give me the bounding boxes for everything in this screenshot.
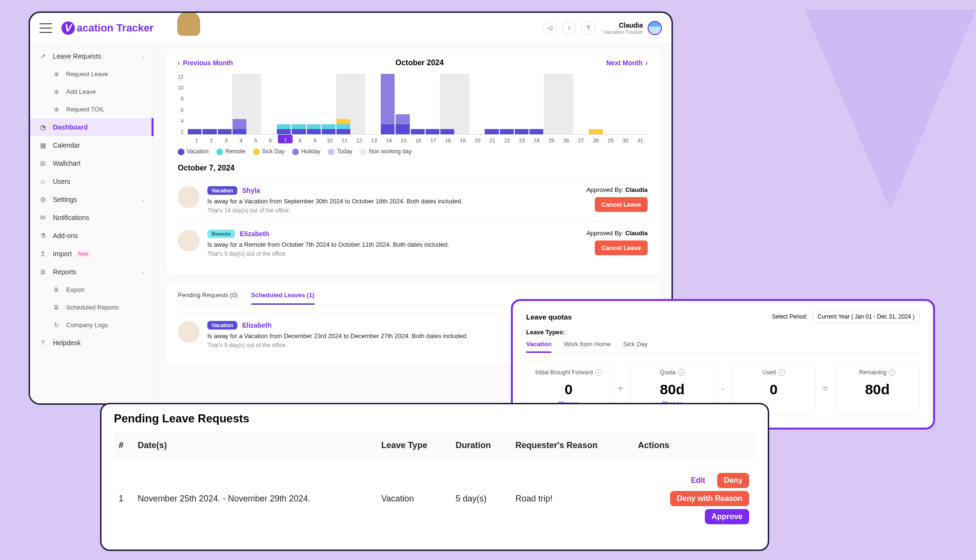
sidebar-item-export[interactable]: 🗎Export — [30, 281, 153, 299]
announce-icon[interactable]: ◁ — [543, 21, 557, 35]
tab-pending[interactable]: Pending Requests (0) — [178, 291, 238, 305]
nav-icon: ⊞ — [39, 160, 47, 167]
chart-col-11[interactable] — [336, 74, 351, 134]
sidebar-item-notifications[interactable]: ✉Notifications — [30, 209, 153, 227]
next-month-button[interactable]: Next Month› — [606, 59, 648, 67]
person-name[interactable]: Elizabeth — [242, 321, 271, 329]
nav-label: Add-ons — [53, 232, 78, 240]
tab-scheduled[interactable]: Scheduled Leaves (1) — [251, 291, 315, 305]
pending-table: #Date(s)Leave TypeDurationRequester's Re… — [114, 432, 755, 538]
sidebar-item-scheduled-reports[interactable]: 🗎Scheduled Reports — [30, 299, 153, 316]
chart-col-8[interactable] — [291, 74, 306, 134]
chart-col-15[interactable] — [395, 74, 410, 134]
help-icon[interactable]: ? — [581, 21, 595, 35]
sidebar-item-users[interactable]: ☺Users — [30, 172, 153, 190]
sidebar-item-settings[interactable]: ⚙Settings⌵ — [30, 190, 153, 209]
day-label: 10 — [322, 135, 337, 143]
quota-box: Remaining i 80d — [835, 362, 920, 415]
menu-toggle-icon[interactable] — [40, 23, 52, 33]
quota-type-tab[interactable]: Work from Home — [564, 340, 610, 353]
person-name[interactable]: Elizabeth — [240, 230, 269, 238]
deny-button[interactable]: Deny — [717, 473, 749, 488]
chart-col-2[interactable] — [202, 74, 217, 134]
chart-col-27[interactable] — [573, 74, 588, 134]
chart-col-21[interactable] — [484, 74, 499, 134]
cell-reason: Road trip! — [511, 459, 633, 538]
chart-col-1[interactable] — [187, 74, 202, 134]
info-icon[interactable]: i — [778, 369, 785, 376]
chart-col-3[interactable] — [217, 74, 232, 134]
quota-type-tab[interactable]: Sick Day — [623, 340, 647, 353]
info-icon[interactable]: i — [678, 369, 685, 376]
info-icon[interactable]: i — [889, 369, 895, 376]
sidebar-item-calendar[interactable]: ▦Calendar — [30, 136, 153, 154]
chart-col-6[interactable] — [262, 74, 276, 134]
sidebar-item-wallchart[interactable]: ⊞Wallchart — [30, 154, 153, 172]
chart-col-12[interactable] — [351, 74, 366, 134]
chart-col-29[interactable] — [603, 74, 618, 134]
day-label: 2 — [204, 135, 219, 143]
chart-col-31[interactable] — [633, 74, 648, 134]
chart-col-7[interactable] — [276, 74, 291, 134]
app-logo[interactable]: V acation Tracker — [61, 21, 153, 35]
chart-col-19[interactable] — [455, 74, 469, 134]
day-label: 17 — [426, 135, 441, 143]
sidebar-item-import[interactable]: ↥ImportNew — [30, 245, 153, 263]
sidebar-item-dashboard[interactable]: ◔Dashboard — [30, 118, 153, 136]
info-icon[interactable]: i — [595, 369, 602, 376]
edit-button[interactable]: Edit — [684, 473, 712, 488]
chart-col-25[interactable] — [544, 74, 559, 134]
cancel-leave-button[interactable]: Cancel Leave — [595, 240, 648, 255]
chart-col-5[interactable] — [247, 74, 262, 134]
sidebar-item-leave-requests[interactable]: ↗Leave Requests⌵ — [30, 47, 153, 65]
chart-col-13[interactable] — [366, 74, 380, 134]
topbar: V acation Tracker ◁ ♀ ? Claudia Vacation… — [30, 13, 671, 43]
approve-button[interactable]: Approve — [705, 509, 749, 524]
chart-col-24[interactable] — [529, 74, 544, 134]
background-decoration — [747, 0, 976, 267]
prev-month-button[interactable]: ‹Previous Month — [178, 59, 233, 67]
leave-types-label: Leave Types: — [526, 329, 920, 336]
chart-legend: VacationRemoteSick DayHolidayTodayNon wo… — [178, 148, 648, 155]
table-row: 1 November 25th 2024. - November 29th 20… — [114, 459, 755, 538]
logo-mark: V — [61, 21, 75, 35]
sidebar-item-request-toil[interactable]: ⊕Request TOIL — [30, 100, 153, 118]
chart-col-14[interactable] — [380, 74, 395, 134]
chart-col-20[interactable] — [469, 74, 484, 134]
sidebar-item-company-logs[interactable]: ↻Company Logs — [30, 316, 153, 334]
day-label: 24 — [529, 135, 544, 143]
chart-col-16[interactable] — [410, 74, 425, 134]
chart-col-10[interactable] — [321, 74, 336, 134]
period-select[interactable]: Current Year ( Jan 01 - Dec 31, 2024 ) — [813, 310, 920, 323]
user-avatar[interactable] — [648, 21, 662, 35]
sidebar-item-helpdesk[interactable]: ?Helpdesk — [30, 334, 153, 352]
chart-col-4[interactable] — [232, 74, 247, 134]
nav-label: Reports — [53, 268, 76, 276]
avatar — [178, 186, 200, 208]
chart-col-9[interactable] — [306, 74, 321, 134]
hint-icon[interactable]: ♀ — [562, 21, 576, 35]
chart-col-23[interactable] — [514, 74, 529, 134]
day-label: 9 — [307, 135, 322, 143]
chart-col-18[interactable] — [440, 74, 455, 134]
chart-col-26[interactable] — [559, 74, 573, 134]
sidebar-item-add-leave[interactable]: ⊕Add Leave — [30, 83, 153, 100]
quota-type-tab[interactable]: Vacation — [526, 340, 551, 353]
day-label: 22 — [500, 135, 515, 143]
sidebar-item-add-ons[interactable]: ⚗Add-ons — [30, 227, 153, 245]
chart-col-28[interactable] — [588, 74, 603, 134]
nav-icon: ⊕ — [52, 106, 61, 113]
chart-col-30[interactable] — [618, 74, 633, 134]
person-name[interactable]: Shyla — [242, 187, 260, 194]
day-label: 25 — [544, 135, 559, 143]
chart-col-17[interactable] — [425, 74, 440, 134]
deny-with-reason-button[interactable]: Deny with Reason — [670, 491, 749, 506]
nav-label: Add Leave — [66, 88, 96, 95]
day-label: 7 — [278, 135, 293, 143]
chart-col-22[interactable] — [499, 74, 514, 134]
nav-label: Wallchart — [53, 160, 81, 167]
sidebar-item-reports[interactable]: 🗎Reports⌵ — [30, 263, 153, 281]
cancel-leave-button[interactable]: Cancel Leave — [595, 197, 648, 212]
sidebar-item-request-leave[interactable]: ⊕Request Leave — [30, 65, 153, 83]
nav-icon: ? — [39, 339, 47, 347]
